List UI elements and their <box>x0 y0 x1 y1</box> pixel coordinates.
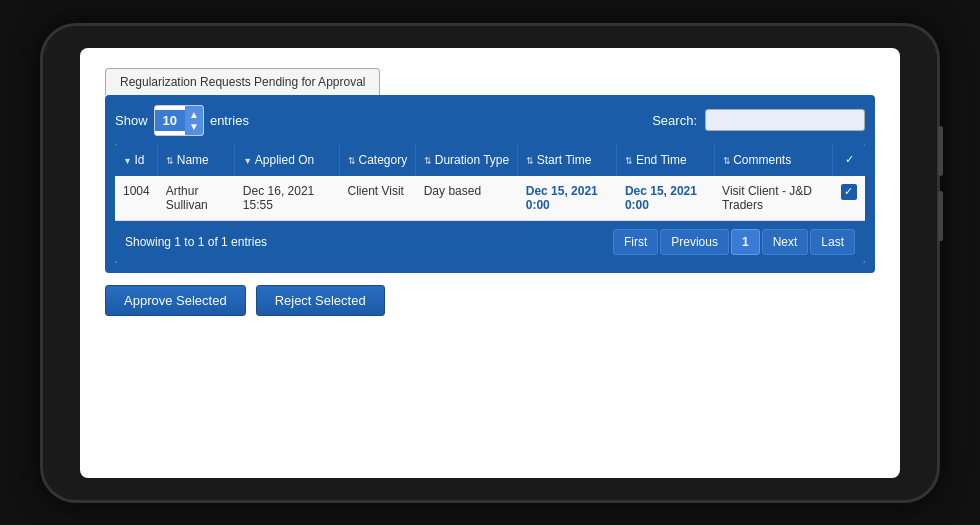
action-buttons: Approve Selected Reject Selected <box>105 285 875 316</box>
cell-end-time: Dec 15, 2021 0:00 <box>617 176 714 221</box>
previous-button[interactable]: Previous <box>660 229 729 255</box>
table-row: 1004 Arthur Sullivan Dec 16, 2021 15:55 … <box>115 176 865 221</box>
tab-header[interactable]: Regularization Requests Pending for Appr… <box>105 68 380 95</box>
search-input[interactable] <box>705 109 865 131</box>
col-id[interactable]: ▼ Id <box>115 144 158 176</box>
approve-selected-button[interactable]: Approve Selected <box>105 285 246 316</box>
select-arrow-icon[interactable]: ▲ ▼ <box>185 106 203 135</box>
col-duration-sort: ⇅ <box>424 156 435 166</box>
col-applied-on[interactable]: ▼ Applied On <box>235 144 340 176</box>
cell-applied-on: Dec 16, 2021 15:55 <box>235 176 340 221</box>
showing-text: Showing 1 to 1 of 1 entries <box>125 235 267 249</box>
cell-name: Arthur Sullivan <box>158 176 235 221</box>
page-1-button[interactable]: 1 <box>731 229 760 255</box>
cell-duration-type: Day based <box>416 176 518 221</box>
show-label: Show <box>115 113 148 128</box>
col-comments[interactable]: ⇅ Comments <box>714 144 832 176</box>
col-duration-type[interactable]: ⇅ Duration Type <box>416 144 518 176</box>
col-start-time[interactable]: ⇅ Start Time <box>518 144 617 176</box>
main-panel: Show 10 ▲ ▼ entries Search: <box>105 95 875 273</box>
col-start-sort: ⇅ <box>526 156 537 166</box>
cell-checkbox[interactable]: ✓ <box>833 176 866 221</box>
col-name-sort: ⇅ <box>166 156 177 166</box>
pagination-buttons: First Previous 1 Next Last <box>613 229 855 255</box>
data-table: ▼ Id ⇅ Name ▼ Applied On ⇅ Category <box>115 144 865 263</box>
col-select-all[interactable]: ✓ <box>833 144 866 176</box>
toolbar: Show 10 ▲ ▼ entries Search: <box>115 105 865 136</box>
search-label: Search: <box>652 113 697 128</box>
first-button[interactable]: First <box>613 229 658 255</box>
col-comments-sort: ⇅ <box>723 156 734 166</box>
col-category-sort: ⇅ <box>348 156 359 166</box>
entries-label: entries <box>210 113 249 128</box>
row-checkbox[interactable]: ✓ <box>841 184 857 200</box>
col-end-time[interactable]: ⇅ End Time <box>617 144 714 176</box>
last-button[interactable]: Last <box>810 229 855 255</box>
select-value: 10 <box>155 110 185 131</box>
pagination-bar: Showing 1 to 1 of 1 entries First Previo… <box>115 221 865 263</box>
cell-id: 1004 <box>115 176 158 221</box>
select-all-checkbox[interactable]: ✓ <box>841 152 857 168</box>
col-category[interactable]: ⇅ Category <box>339 144 415 176</box>
col-end-sort: ⇅ <box>625 156 636 166</box>
col-name[interactable]: ⇅ Name <box>158 144 235 176</box>
cell-start-time: Dec 15, 2021 0:00 <box>518 176 617 221</box>
cell-category: Client Visit <box>339 176 415 221</box>
col-applied-sort: ▼ <box>243 156 254 166</box>
tab-label: Regularization Requests Pending for Appr… <box>120 75 365 89</box>
next-button[interactable]: Next <box>762 229 809 255</box>
cell-comments: Visit Client - J&D Traders <box>714 176 832 221</box>
entries-select[interactable]: 10 ▲ ▼ <box>154 105 204 136</box>
col-id-sort: ▼ <box>123 156 134 166</box>
table-header-row: ▼ Id ⇅ Name ▼ Applied On ⇅ Category <box>115 144 865 176</box>
reject-selected-button[interactable]: Reject Selected <box>256 285 385 316</box>
